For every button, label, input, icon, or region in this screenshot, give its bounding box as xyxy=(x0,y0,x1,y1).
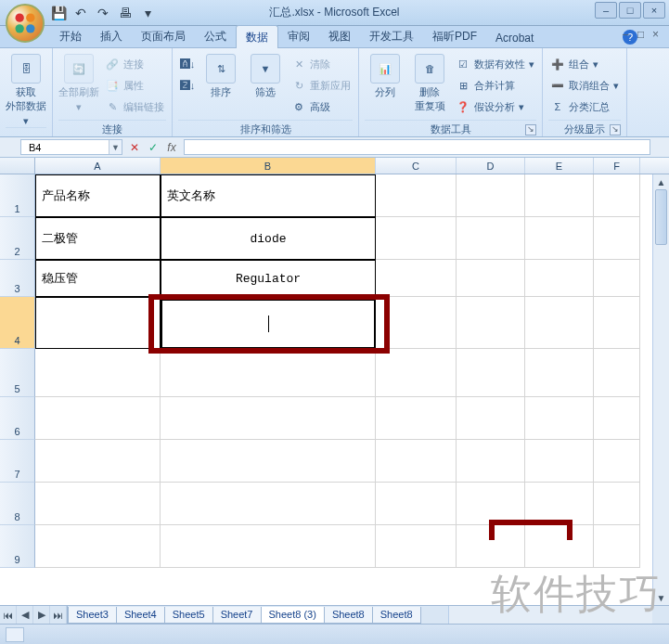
sheet-tab-2[interactable]: Sheet5 xyxy=(164,607,213,624)
sort-button[interactable]: ⇅ 排序 xyxy=(200,54,241,99)
reapply-button[interactable]: ↻重新应用 xyxy=(289,75,353,96)
cell-e5[interactable] xyxy=(525,349,594,397)
get-external-data-button[interactable]: 🗄 获取 外部数据▾ xyxy=(6,54,46,127)
row-header-4[interactable]: 4 xyxy=(0,297,35,349)
sheet-next[interactable]: ▶ xyxy=(33,606,50,624)
cell-c4[interactable] xyxy=(376,297,457,349)
cell-e9[interactable] xyxy=(525,525,594,568)
cell-f1[interactable] xyxy=(594,174,640,217)
data-tools-dialog[interactable]: ↘ xyxy=(525,124,536,135)
data-validation-button[interactable]: ☑数据有效性▾ xyxy=(454,54,536,74)
col-header-e[interactable]: E xyxy=(525,158,594,174)
col-header-a[interactable]: A xyxy=(35,158,161,174)
sort-desc-button[interactable]: 🆉↓ xyxy=(178,75,197,96)
scroll-up-arrow[interactable]: ▲ xyxy=(653,174,669,189)
sheet-first[interactable]: ⏮ xyxy=(0,606,17,624)
tab-formula[interactable]: 公式 xyxy=(195,25,236,47)
fx-button[interactable]: fx xyxy=(163,139,180,156)
tab-review[interactable]: 审阅 xyxy=(278,25,319,47)
row-header-3[interactable]: 3 xyxy=(0,260,35,297)
tab-foxit[interactable]: 福昕PDF xyxy=(423,25,486,47)
workbook-close[interactable]: × xyxy=(652,28,665,41)
qat-undo[interactable]: ↶ xyxy=(72,5,89,21)
row-header-5[interactable]: 5 xyxy=(0,349,35,397)
cell-c9[interactable] xyxy=(376,525,457,568)
cell-f5[interactable] xyxy=(594,349,640,397)
cell-e4[interactable] xyxy=(525,297,594,349)
refresh-all-button[interactable]: 🔄 全部刷新▾ xyxy=(58,54,99,113)
sort-asc-button[interactable]: 🅰↓ xyxy=(178,54,197,74)
cell-b9[interactable] xyxy=(161,525,376,568)
cell-b1[interactable]: 英文名称 xyxy=(161,174,376,217)
name-box[interactable]: B4 ▼ xyxy=(20,139,122,155)
qat-customize[interactable]: ▾ xyxy=(139,5,156,21)
col-header-d[interactable]: D xyxy=(457,158,525,174)
cell-b5[interactable] xyxy=(161,349,376,397)
sheet-tab-4[interactable]: Sheet8 (3) xyxy=(261,607,325,624)
cell-c3[interactable] xyxy=(376,260,457,297)
cell-a9[interactable] xyxy=(35,525,161,568)
sheet-tab-0[interactable]: Sheet3 xyxy=(68,607,117,624)
qat-print[interactable]: 🖶 xyxy=(117,5,134,21)
cell-b2[interactable]: diode xyxy=(161,217,376,260)
sheet-tab-5[interactable]: Sheet8 xyxy=(324,607,373,624)
sheet-tab-3[interactable]: Sheet7 xyxy=(212,607,262,624)
cell-d9[interactable] xyxy=(457,525,525,568)
tab-insert[interactable]: 插入 xyxy=(91,25,132,47)
sheet-tab-6[interactable]: Sheet8 xyxy=(372,607,421,624)
cell-c2[interactable] xyxy=(376,217,457,260)
filter-button[interactable]: ▼ 筛选 xyxy=(245,54,286,99)
scroll-down-arrow[interactable]: ▼ xyxy=(653,590,669,605)
tab-view[interactable]: 视图 xyxy=(319,25,360,47)
tab-home[interactable]: 开始 xyxy=(50,25,91,47)
close-button[interactable]: × xyxy=(643,2,665,19)
properties-button[interactable]: 📑属性 xyxy=(103,75,166,96)
tab-layout[interactable]: 页面布局 xyxy=(132,25,195,47)
cell-e7[interactable] xyxy=(525,440,594,483)
row-header-8[interactable]: 8 xyxy=(0,483,35,525)
cell-d5[interactable] xyxy=(457,349,525,397)
cell-a2[interactable]: 二极管 xyxy=(35,217,161,260)
sheet-last[interactable]: ⏭ xyxy=(50,606,67,624)
cell-f4[interactable] xyxy=(594,297,640,349)
consolidate-button[interactable]: ⊞合并计算 xyxy=(454,75,536,96)
cell-e2[interactable] xyxy=(525,217,594,260)
office-button[interactable] xyxy=(6,4,45,43)
cell-d8[interactable] xyxy=(457,483,525,525)
cell-c7[interactable] xyxy=(376,440,457,483)
cell-f2[interactable] xyxy=(594,217,640,260)
cell-a5[interactable] xyxy=(35,349,161,397)
sheet-tab-1[interactable]: Sheet4 xyxy=(116,607,165,624)
cell-f9[interactable] xyxy=(594,525,640,568)
cell-c1[interactable] xyxy=(376,174,457,217)
cell-d7[interactable] xyxy=(457,440,525,483)
grid[interactable]: 1 产品名称 英文名称 2 二极管 diode 3 稳压管 Regulator xyxy=(0,174,669,605)
advanced-filter-button[interactable]: ⚙高级 xyxy=(289,97,353,117)
cell-f8[interactable] xyxy=(594,483,640,525)
cell-b3[interactable]: Regulator xyxy=(161,260,376,297)
cell-b8[interactable] xyxy=(161,483,376,525)
cell-a7[interactable] xyxy=(35,440,161,483)
text-to-columns-button[interactable]: 📊 分列 xyxy=(365,54,405,99)
col-header-c[interactable]: C xyxy=(376,158,457,174)
cell-e3[interactable] xyxy=(525,260,594,297)
cell-f3[interactable] xyxy=(594,260,640,297)
group-button[interactable]: ➕组合▾ xyxy=(548,54,621,74)
outline-dialog[interactable]: ↘ xyxy=(610,124,621,135)
cell-a8[interactable] xyxy=(35,483,161,525)
col-header-f[interactable]: F xyxy=(594,158,640,174)
qat-save[interactable]: 💾 xyxy=(50,5,67,21)
subtotal-button[interactable]: Σ分类汇总 xyxy=(548,97,621,117)
vertical-scrollbar[interactable]: ▲ ▼ xyxy=(652,174,669,605)
row-header-6[interactable]: 6 xyxy=(0,397,35,440)
select-all-corner[interactable] xyxy=(0,158,35,174)
formula-input[interactable] xyxy=(184,139,650,155)
cell-e1[interactable] xyxy=(525,174,594,217)
cell-c5[interactable] xyxy=(376,349,457,397)
cell-c6[interactable] xyxy=(376,397,457,440)
scroll-thumb-v[interactable] xyxy=(655,189,667,245)
ribbon-minimize[interactable]: – xyxy=(623,28,636,41)
sheet-prev[interactable]: ◀ xyxy=(17,606,33,624)
cancel-edit-button[interactable]: ✕ xyxy=(126,139,143,156)
col-header-b[interactable]: B xyxy=(161,158,376,174)
